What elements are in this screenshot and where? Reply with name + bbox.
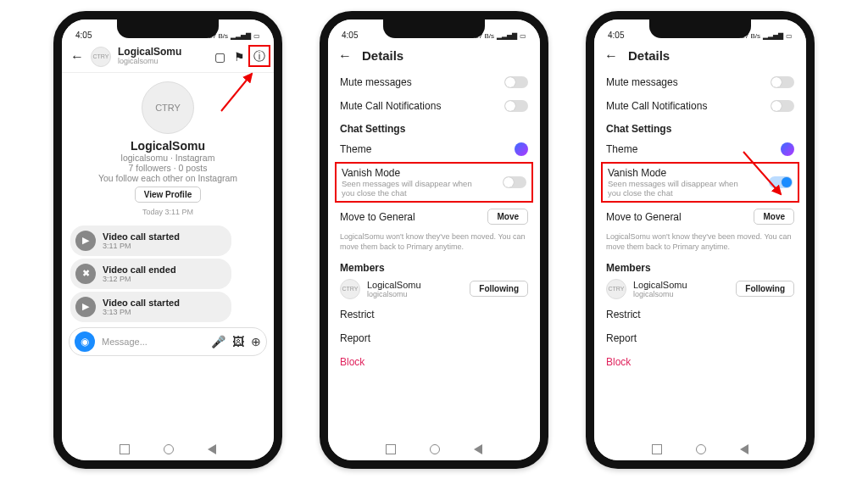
view-profile-button[interactable]: View Profile [135,187,202,203]
member-sub: logicalsomu [633,290,729,298]
mute-messages-toggle[interactable] [504,76,528,88]
mute-calls-label: Mute Call Notifications [340,100,441,112]
today-label: Today 3:11 PM [142,208,193,216]
mic-icon[interactable]: 🎤 [211,335,225,348]
move-row: Move to General Move [594,203,806,231]
avatar: CTRY [340,279,360,299]
event-label: Video call started [103,231,180,242]
profile-name: LogicalSomu [131,139,205,153]
vanish-label: Vanish Mode [608,167,752,179]
member-sub: logicalsomu [367,290,463,298]
video-icon[interactable]: ▢ [214,50,225,64]
following-button[interactable]: Following [470,281,528,297]
notch [117,19,219,38]
profile-avatar[interactable]: CTRY [142,81,194,134]
video-icon: ▶ [75,231,96,251]
theme-row[interactable]: Theme [594,136,806,162]
battery-icon: ▭ [520,32,526,40]
mute-calls-row[interactable]: Mute Call Notifications [594,94,806,118]
call-event[interactable]: ▶ Video call started3:13 PM [70,292,231,322]
flag-icon[interactable]: ⚑ [234,50,245,64]
add-icon[interactable]: ⊕ [251,335,261,348]
theme-label: Theme [606,143,637,155]
vanish-toggle[interactable] [769,176,793,188]
vanish-label: Vanish Mode [342,167,486,179]
move-row: Move to General Move [328,203,540,231]
mute-calls-row[interactable]: Mute Call Notifications [328,94,540,118]
nav-home-icon[interactable] [164,444,174,454]
vanish-toggle[interactable] [503,176,526,188]
chat-title[interactable]: LogicalSomu logicalsomu [118,47,208,66]
android-nav [594,438,806,460]
mute-calls-label: Mute Call Notifications [606,100,707,112]
mute-messages-row[interactable]: Mute messages [328,70,540,94]
back-icon[interactable]: ← [338,48,352,64]
theme-row[interactable]: Theme [328,136,540,162]
following-button[interactable]: Following [736,281,794,297]
event-label: Video call started [103,298,180,308]
video-icon: ▶ [75,297,96,317]
nav-back-icon[interactable] [474,444,482,454]
nav-back-icon[interactable] [740,444,748,454]
move-note: LogicalSomu won't know they've been move… [328,231,540,257]
move-button[interactable]: Move [487,209,528,225]
event-time: 3:11 PM [103,242,180,250]
member-row[interactable]: CTRY LogicalSomu logicalsomu Following [328,276,540,303]
event-time: 3:13 PM [103,308,180,316]
move-note: LogicalSomu won't know they've been move… [594,231,806,257]
vanish-highlight: Vanish Mode Seen messages will disappear… [335,162,533,203]
move-label: Move to General [340,211,415,223]
page-title: Details [362,48,403,63]
signal-icon: ▂▃▅▇ [497,32,517,40]
android-nav [328,438,540,460]
phone-details-on: 4:05 27 B/s ▂▃▅▇ ▭ ← Details Mute messag… [586,11,815,469]
block-row[interactable]: Block [328,350,540,374]
avatar: CTRY [606,279,626,299]
notch [383,19,485,38]
report-row[interactable]: Report [594,326,806,350]
battery-icon: ▭ [253,32,260,40]
mute-messages-toggle[interactable] [771,76,794,88]
nav-recent-icon[interactable] [386,444,396,454]
signal-icon: ▂▃▅▇ [763,32,783,40]
composer: ◉ Message... 🎤 🖼 ⊕ [69,327,267,356]
chat-sub: logicalsomu [118,58,208,66]
call-event[interactable]: ▶ Video call started3:11 PM [70,226,231,256]
nav-recent-icon[interactable] [120,444,130,454]
report-row[interactable]: Report [328,326,540,350]
block-row[interactable]: Block [594,350,806,374]
back-icon[interactable]: ← [70,49,84,64]
move-button[interactable]: Move [754,209,794,225]
battery-icon: ▭ [786,32,793,40]
page-title: Details [628,48,670,63]
video-icon: ✖ [75,264,96,284]
profile-sub2: 7 followers · 0 posts [129,163,208,173]
member-row[interactable]: CTRY LogicalSomu logicalsomu Following [594,276,806,303]
mute-calls-toggle[interactable] [771,100,794,112]
camera-icon[interactable]: ◉ [75,331,95,352]
status-time: 4:05 [75,31,92,40]
back-icon[interactable]: ← [604,48,618,64]
member-name: LogicalSomu [633,280,729,290]
theme-dot-icon [515,142,528,156]
restrict-row[interactable]: Restrict [328,303,540,326]
move-label: Move to General [606,211,682,223]
nav-home-icon[interactable] [430,444,440,454]
avatar[interactable]: CTRY [91,47,111,67]
mute-messages-row[interactable]: Mute messages [594,70,806,94]
gallery-icon[interactable]: 🖼 [232,335,244,348]
nav-recent-icon[interactable] [652,444,662,454]
nav-back-icon[interactable] [208,444,216,454]
chat-settings-heading: Chat Settings [594,118,806,136]
info-icon[interactable]: ⓘ [253,49,265,64]
restrict-row[interactable]: Restrict [594,303,806,326]
mute-calls-toggle[interactable] [504,100,528,112]
member-name: LogicalSomu [367,280,463,290]
vanish-sub: Seen messages will disappear when you cl… [342,179,486,198]
nav-home-icon[interactable] [696,444,706,454]
mute-messages-label: Mute messages [340,76,412,88]
message-input[interactable]: Message... [102,337,204,347]
event-time: 3:12 PM [103,275,176,283]
call-event[interactable]: ✖ Video call ended3:12 PM [70,259,231,289]
theme-label: Theme [340,143,371,155]
